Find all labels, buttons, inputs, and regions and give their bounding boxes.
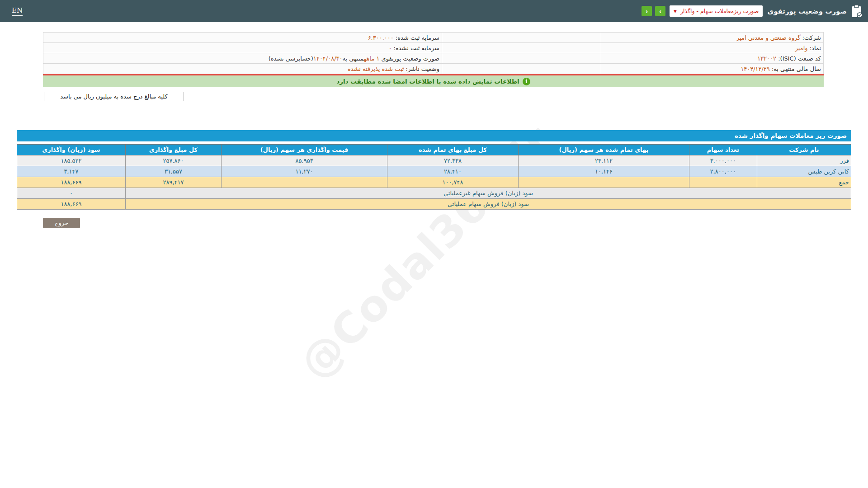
publisher-status-field: وضعیت ناشر: ثبت شده پذیرفته نشده [43,64,442,74]
table-title-bar: صورت ریز معاملات سهام واگذار شده [17,130,851,141]
summary-row-value: ۰ [17,188,126,199]
col-header-company: نام شرکت [757,145,851,155]
cell-profit: ۳,۱۴۷ [17,166,126,177]
cell-shares: ۲,۸۰۰,۰۰۰ [689,166,757,177]
cell-total-transfer: ۳۱,۵۵۷ [125,166,221,177]
registered-capital-field: سرمایه ثبت شده: ۶,۳۰۰,۰۰۰ [43,33,442,43]
clipboard-icon [850,5,863,18]
table-header-row: نام شرکت تعداد سهام بهای تمام شده هر سهم… [17,145,851,155]
chevron-down-icon: ▼ [674,9,677,14]
operational-profit-row: سود (زیان) فروش سهام عملیاتی ۱۸۸,۶۶۹ [17,199,851,210]
info-row-fiscal-publisher: سال مالی منتهی به: ۱۴۰۴/۱۲/۲۹ وضعیت ناشر… [43,64,824,74]
company-value: گروه صنعتي و معدني امير [736,34,800,41]
col-header-profit-loss: سود (زیان) واگذاری [17,145,126,155]
symbol-value: وامير [795,45,808,52]
dropdown-selected-value: صورت ریزمعاملات سهام - واگذار [680,8,759,14]
cell-company-name: کاني کربن طبس [757,166,851,177]
cell-cost-per-share: ۱۰,۱۴۶ [518,166,689,177]
col-header-total-cost: کل مبلغ بهای تمام شده [387,145,519,155]
registered-capital-value: ۶,۳۰۰,۰۰۰ [368,34,394,41]
notice-text: اطلاعات نمایش داده شده با اطلاعات امضا ش… [336,78,519,85]
info-spacer [442,43,601,53]
total-row-label: جمع [757,177,851,188]
info-spacer [442,33,601,43]
transactions-section: صورت ریز معاملات سهام واگذار شده نام شرک… [17,130,851,210]
report-period-date: ۱۴۰۴/۰۸/۳۰ [313,55,343,62]
fiscal-year-label: سال مالی منتهی به: [772,66,821,72]
cell-total-transfer: ۲۸۹,۴۱۷ [125,177,221,188]
info-row-company-capital: شرکت: گروه صنعتي و معدني امير سرمایه ثبت… [43,33,824,43]
summary-row-label: سود (زیان) فروش سهام غیرعملیاتی [125,188,851,199]
total-row: جمع ۱۰۰,۷۴۸ ۲۸۹,۴۱۷ ۱۸۸,۶۶۹ [17,177,851,188]
col-header-transfer-price: قیمت واگذاری هر سهم (ریال) [222,145,387,155]
transactions-table: نام شرکت تعداد سهام بهای تمام شده هر سهم… [17,144,851,210]
page-title: صورت وضعیت پورتفوی [767,7,847,15]
symbol-label: نماد: [810,45,821,52]
company-label: شرکت: [802,34,821,41]
info-spacer [442,53,601,64]
unregistered-capital-value: ۰ [388,45,392,52]
cell-profit: ۱۸۸,۶۶۹ [17,177,126,188]
non-operational-profit-row: سود (زیان) فروش سهام غیرعملیاتی ۰ [17,188,851,199]
report-period-length: ۱ ماهه [363,55,379,62]
language-toggle-en[interactable]: EN [12,6,23,16]
info-row-symbol-capital: نماد: وامير سرمایه ثبت نشده: ۰ [43,43,824,53]
symbol-field: نماد: وامير [601,43,824,53]
cell-company-name: فزر [757,155,851,166]
cell-total-cost: ۷۲,۳۳۸ [387,155,519,166]
cell-cost-per-share: ۲۴,۱۱۲ [518,155,689,166]
cell-shares [689,177,757,188]
report-section-dropdown[interactable]: صورت ریزمعاملات سهام - واگذار ▼ [670,5,763,17]
top-header-bar: EN صورت وضعیت پورتفوی صورت ریزمعاملات سه… [0,0,868,22]
units-note: کلیه مبالغ درج شده به میلیون ریال می باش… [44,92,184,101]
report-period-mid: منتهی به [343,55,364,62]
report-audit-status: (حسابرسی نشده) [269,55,313,62]
exit-button[interactable]: خروج [43,218,80,228]
isic-code-value: ۱۳۲۰۰۲ [757,55,776,62]
cell-profit: ۱۸۵,۵۲۲ [17,155,126,166]
cell-total-cost: ۱۰۰,۷۴۸ [387,177,519,188]
isic-code-field: کد صنعت (ISIC): ۱۳۲۰۰۲ [601,53,824,64]
info-row-isic-period: کد صنعت (ISIC): ۱۳۲۰۰۲ صورت وضعیت پورتفو… [43,53,824,64]
summary-row-label: سود (زیان) فروش سهام عملیاتی [125,199,851,210]
isic-code-label: کد صنعت (ISIC): [778,55,821,62]
signature-match-notice: i اطلاعات نمایش داده شده با اطلاعات امضا… [43,75,824,87]
cell-total-transfer: ۲۵۷,۸۶۰ [125,155,221,166]
fiscal-year-field: سال مالی منتهی به: ۱۴۰۴/۱۲/۲۹ [601,64,824,74]
registered-capital-label: سرمایه ثبت شده: [396,34,439,41]
unregistered-capital-field: سرمایه ثبت نشده: ۰ [43,43,442,53]
report-period-field: صورت وضعیت پورتفوی ۱ ماههمنتهی به۱۴۰۴/۰۸… [43,53,442,64]
company-field: شرکت: گروه صنعتي و معدني امير [601,33,824,43]
cell-shares: ۳,۰۰۰,۰۰۰ [689,155,757,166]
col-header-cost-per-share: بهای تمام شده هر سهم (ریال) [518,145,689,155]
company-info-section: شرکت: گروه صنعتي و معدني امير سرمایه ثبت… [43,32,824,74]
col-header-total-transfer: کل مبلغ واگذاری [125,145,221,155]
unregistered-capital-label: سرمایه ثبت نشده: [394,45,439,52]
fiscal-year-value: ۱۴۰۴/۱۲/۲۹ [741,66,770,72]
info-spacer [442,64,601,74]
table-row: فزر ۳,۰۰۰,۰۰۰ ۲۴,۱۱۲ ۷۲,۳۳۸ ۸۵,۹۵۳ ۲۵۷,۸… [17,155,851,166]
cell-cost-per-share [518,177,689,188]
col-header-shares: تعداد سهام [689,145,757,155]
publisher-status-label: وضعیت ناشر: [406,66,439,72]
header-controls: صورت وضعیت پورتفوی صورت ریزمعاملات سهام … [638,5,863,18]
summary-row-value: ۱۸۸,۶۶۹ [17,199,126,210]
next-report-button[interactable]: › [655,6,665,16]
cell-transfer-price: ۱۱,۲۷۰ [222,166,387,177]
table-row: کاني کربن طبس ۲,۸۰۰,۰۰۰ ۱۰,۱۴۶ ۲۸,۴۱۰ ۱۱… [17,166,851,177]
report-period-label: صورت وضعیت پورتفوی [379,55,439,62]
info-icon: i [523,78,530,85]
cell-transfer-price [222,177,387,188]
publisher-status-value: ثبت شده پذیرفته نشده [348,66,404,72]
previous-report-button[interactable]: ‹ [642,6,652,16]
cell-transfer-price: ۸۵,۹۵۳ [222,155,387,166]
cell-total-cost: ۲۸,۴۱۰ [387,166,519,177]
